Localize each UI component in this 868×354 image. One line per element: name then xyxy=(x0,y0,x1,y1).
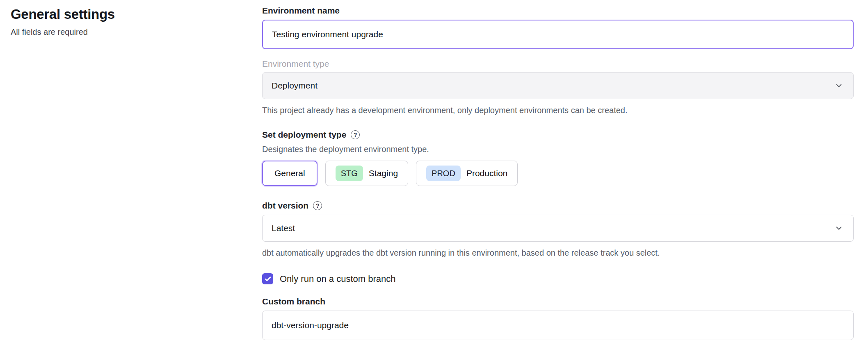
environment-type-select[interactable]: Deployment xyxy=(262,72,854,99)
custom-branch-toggle-row: Only run on a custom branch xyxy=(262,273,854,284)
page-title: General settings xyxy=(11,7,115,22)
environment-name-label: Environment name xyxy=(262,6,854,16)
page-subtitle: All fields are required xyxy=(11,27,115,37)
dbt-version-value: Latest xyxy=(272,223,295,233)
settings-form: Environment name Environment type Deploy… xyxy=(262,6,854,340)
help-icon[interactable]: ? xyxy=(351,130,360,139)
check-icon xyxy=(264,275,272,283)
deployment-type-options: General STG Staging PROD Production xyxy=(262,161,854,186)
help-icon[interactable]: ? xyxy=(313,201,322,210)
deployment-type-general-label: General xyxy=(274,168,305,178)
dbt-version-helper: dbt automatically upgrades the dbt versi… xyxy=(262,248,854,258)
chevron-down-icon xyxy=(834,224,843,233)
stg-badge: STG xyxy=(336,166,363,181)
deployment-type-staging-button[interactable]: STG Staging xyxy=(325,161,408,186)
environment-type-label: Environment type xyxy=(262,59,854,69)
deployment-type-production-button[interactable]: PROD Production xyxy=(416,161,518,186)
custom-branch-label: Custom branch xyxy=(262,297,854,306)
environment-name-input[interactable] xyxy=(262,20,854,49)
deployment-type-helper: Designates the deployment environment ty… xyxy=(262,145,854,154)
dbt-version-label: dbt version ? xyxy=(262,201,854,211)
chevron-down-icon xyxy=(834,81,843,90)
deployment-type-staging-label: Staging xyxy=(369,168,398,178)
custom-branch-input[interactable] xyxy=(262,311,854,340)
environment-settings-page: General settings All fields are required… xyxy=(0,0,868,354)
prod-badge: PROD xyxy=(426,166,461,181)
custom-branch-checkbox[interactable] xyxy=(262,273,273,284)
custom-branch-toggle-label[interactable]: Only run on a custom branch xyxy=(280,274,395,284)
settings-title-block: General settings All fields are required xyxy=(11,7,115,37)
environment-type-value: Deployment xyxy=(272,81,318,91)
deployment-type-production-label: Production xyxy=(466,168,507,178)
dbt-version-select[interactable]: Latest xyxy=(262,215,854,242)
environment-type-helper: This project already has a development e… xyxy=(262,106,854,115)
deployment-type-label: Set deployment type ? xyxy=(262,130,854,140)
deployment-type-general-button[interactable]: General xyxy=(262,161,318,186)
